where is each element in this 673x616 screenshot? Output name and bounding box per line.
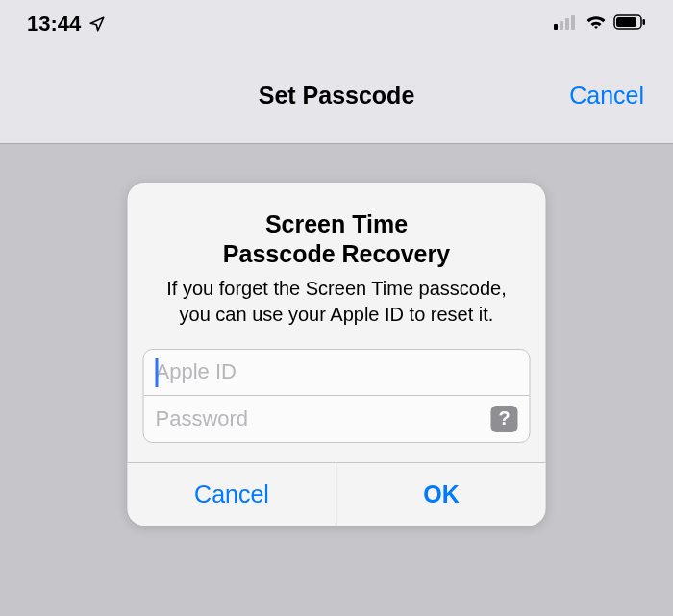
alert-title-line2: Passcode Recovery	[155, 239, 519, 269]
alert-buttons: Cancel OK	[128, 462, 546, 526]
alert-dialog: Screen Time Passcode Recovery If you for…	[128, 183, 546, 526]
alert-inputs: ?	[128, 349, 546, 462]
text-caret	[156, 358, 159, 387]
battery-icon	[613, 14, 646, 34]
nav-bar: Set Passcode Cancel	[0, 48, 673, 144]
alert-title-line1: Screen Time	[155, 209, 519, 239]
location-icon	[88, 15, 106, 33]
password-help-icon[interactable]: ?	[491, 406, 518, 432]
alert-ok-button[interactable]: OK	[337, 463, 546, 526]
password-row: ?	[144, 396, 530, 442]
status-time: 13:44	[27, 12, 81, 37]
svg-rect-6	[643, 19, 646, 25]
status-left: 13:44	[27, 12, 106, 37]
wifi-icon	[585, 13, 608, 35]
status-right	[554, 13, 646, 35]
content-area: Screen Time Passcode Recovery If you for…	[0, 144, 673, 616]
svg-rect-0	[554, 24, 558, 30]
alert-header: Screen Time Passcode Recovery If you for…	[128, 183, 546, 349]
svg-rect-1	[560, 21, 563, 30]
nav-cancel-button[interactable]: Cancel	[569, 82, 644, 110]
alert-message: If you forget the Screen Time passcode, …	[155, 276, 519, 328]
alert-cancel-button[interactable]: Cancel	[128, 463, 337, 526]
svg-rect-5	[616, 17, 636, 27]
alert-title: Screen Time Passcode Recovery	[155, 209, 519, 270]
svg-rect-3	[571, 15, 575, 30]
svg-rect-2	[565, 18, 569, 30]
page-title: Set Passcode	[259, 82, 415, 110]
password-field[interactable]	[156, 396, 491, 442]
apple-id-field[interactable]	[156, 350, 518, 395]
status-bar: 13:44	[0, 0, 673, 48]
cellular-icon	[554, 13, 579, 35]
apple-id-row	[144, 350, 530, 396]
input-group: ?	[143, 349, 531, 443]
